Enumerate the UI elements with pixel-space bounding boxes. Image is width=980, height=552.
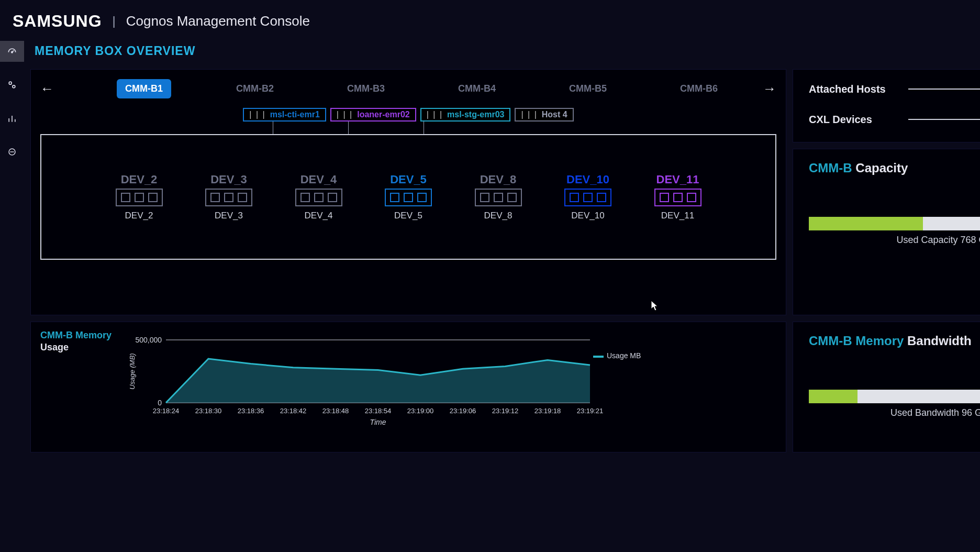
device-title: DEV_2 <box>121 173 158 186</box>
app-title: Cognos Management Console <box>126 13 310 29</box>
host-0[interactable]: | | |msl-cti-emr1 <box>243 108 326 122</box>
svg-text:Usage MB: Usage MB <box>607 351 641 360</box>
svg-text:23:19:00: 23:19:00 <box>407 407 434 415</box>
device-slot-icon <box>673 193 683 202</box>
svg-text:23:18:36: 23:18:36 <box>238 407 264 415</box>
device-slot-icon <box>507 193 517 202</box>
device-title: DEV_10 <box>566 173 609 186</box>
device-dev_8[interactable]: DEV_8DEV_8 <box>464 173 532 221</box>
device-card <box>475 189 522 206</box>
device-card <box>564 189 611 206</box>
device-slot-icon <box>404 193 413 202</box>
bandwidth-used-label: Used Bandwidth 96 GBps <box>809 407 980 418</box>
device-slot-icon <box>238 193 247 202</box>
device-card <box>295 189 342 206</box>
topology-panel: ← CMM-B1CMM-B2CMM-B3CMM-B4CMM-B5CMM-B6 →… <box>30 69 786 315</box>
host-1[interactable]: | | |loaner-emr02 <box>330 108 416 122</box>
sidebar-item-power[interactable] <box>0 141 24 162</box>
svg-text:Usage (MB): Usage (MB) <box>128 353 136 389</box>
svg-text:23:19:12: 23:19:12 <box>492 407 519 415</box>
device-slot-icon <box>328 193 337 202</box>
header: SAMSUNG | Cognos Management Console <box>0 0 980 37</box>
device-slot-icon <box>570 193 579 202</box>
hosts-row: | | |msl-cti-emr1| | |loaner-emr02| | |m… <box>40 108 776 122</box>
power-icon <box>7 147 17 157</box>
capacity-title: CMM-B Capacity <box>809 161 980 175</box>
svg-text:0: 0 <box>158 399 162 407</box>
sidebar-item-dashboard[interactable] <box>0 41 24 62</box>
device-card <box>116 189 163 206</box>
device-slot-icon <box>224 193 233 202</box>
tab-next-arrow[interactable]: → <box>763 81 776 97</box>
svg-text:23:18:48: 23:18:48 <box>322 407 349 415</box>
device-slot-icon <box>121 193 130 202</box>
host-label: loaner-emr02 <box>357 110 410 119</box>
device-title: DEV_3 <box>210 173 247 186</box>
host-label: Host 4 <box>542 110 567 119</box>
device-dev_4[interactable]: DEV_4DEV_4 <box>285 173 353 221</box>
tab-strip: ← CMM-B1CMM-B2CMM-B3CMM-B4CMM-B5CMM-B6 → <box>40 76 776 108</box>
svg-point-3 <box>13 85 15 88</box>
counts-panel: Attached Hosts 3 CXL Devices 7 <box>793 69 980 142</box>
divider-line <box>908 89 980 90</box>
bandwidth-max: 512 GBps <box>809 361 980 383</box>
cxl-devices-label: CXL Devices <box>809 114 898 126</box>
tab-cmm-b5[interactable]: CMM-B5 <box>561 79 615 98</box>
svg-text:500,000: 500,000 <box>135 336 162 344</box>
svg-text:23:18:24: 23:18:24 <box>153 407 180 415</box>
device-card <box>654 189 701 206</box>
host-2[interactable]: | | |msl-stg-emr03 <box>420 108 511 122</box>
capacity-max: 1792 GB <box>809 188 980 211</box>
svg-text:Time: Time <box>370 418 386 426</box>
svg-text:23:18:42: 23:18:42 <box>280 407 307 415</box>
sidebar-item-analytics[interactable] <box>0 108 24 129</box>
device-sublabel: DEV_5 <box>394 211 422 221</box>
tab-cmm-b4[interactable]: CMM-B4 <box>450 79 504 98</box>
host-bars-icon: | | | <box>337 110 353 119</box>
host-connectors <box>40 122 776 134</box>
device-title: DEV_11 <box>656 173 699 186</box>
device-sublabel: DEV_8 <box>484 211 513 221</box>
tab-cmm-b2[interactable]: CMM-B2 <box>228 79 282 98</box>
analytics-icon <box>7 113 17 124</box>
device-dev_5[interactable]: DEV_5DEV_5 <box>374 173 442 221</box>
device-slot-icon <box>210 193 220 202</box>
settings-icon <box>7 80 17 90</box>
bandwidth-panel: CMM-B Memory Bandwidth 512 GBps Used Ban… <box>793 322 980 452</box>
sidebar-item-settings[interactable] <box>0 74 24 95</box>
memory-usage-chart[interactable]: 500,0000Usage (MB)23:18:2423:18:3023:18:… <box>124 329 653 434</box>
svg-text:23:19:21: 23:19:21 <box>577 407 604 415</box>
device-slot-icon <box>687 193 696 202</box>
sidebar <box>0 37 24 552</box>
device-dev_3[interactable]: DEV_3DEV_3 <box>195 173 263 221</box>
host-3[interactable]: | | |Host 4 <box>515 108 573 122</box>
device-slot-icon <box>314 193 324 202</box>
host-label: msl-cti-emr1 <box>270 110 320 119</box>
device-slot-icon <box>494 193 503 202</box>
svg-text:23:18:54: 23:18:54 <box>365 407 392 415</box>
page-title: MEMORY BOX OVERVIEW <box>30 42 980 63</box>
device-sublabel: DEV_11 <box>661 211 694 221</box>
device-slot-icon <box>148 193 158 202</box>
device-card <box>205 189 252 206</box>
tab-cmm-b1[interactable]: CMM-B1 <box>117 79 171 98</box>
svg-line-1 <box>12 50 14 52</box>
host-bars-icon: | | | <box>249 110 265 119</box>
svg-text:23:19:18: 23:19:18 <box>534 407 561 415</box>
device-dev_11[interactable]: DEV_11DEV_11 <box>644 173 712 221</box>
bandwidth-title: CMM-B Memory Bandwidth <box>809 334 980 348</box>
device-slot-icon <box>417 193 427 202</box>
device-dev_2[interactable]: DEV_2DEV_2 <box>105 173 173 221</box>
host-label: msl-stg-emr03 <box>447 110 504 119</box>
tab-prev-arrow[interactable]: ← <box>40 81 54 97</box>
svg-rect-26 <box>593 356 604 358</box>
device-title: DEV_4 <box>300 173 337 186</box>
memory-usage-title: CMM-B Memory Usage <box>40 329 114 445</box>
tab-cmm-b6[interactable]: CMM-B6 <box>672 79 726 98</box>
svg-point-2 <box>9 82 12 84</box>
device-dev_10[interactable]: DEV_10DEV_10 <box>554 173 622 221</box>
capacity-bar-fill <box>809 217 923 230</box>
tab-cmm-b3[interactable]: CMM-B3 <box>339 79 393 98</box>
device-slot-icon <box>480 193 489 202</box>
divider-line <box>908 119 980 120</box>
